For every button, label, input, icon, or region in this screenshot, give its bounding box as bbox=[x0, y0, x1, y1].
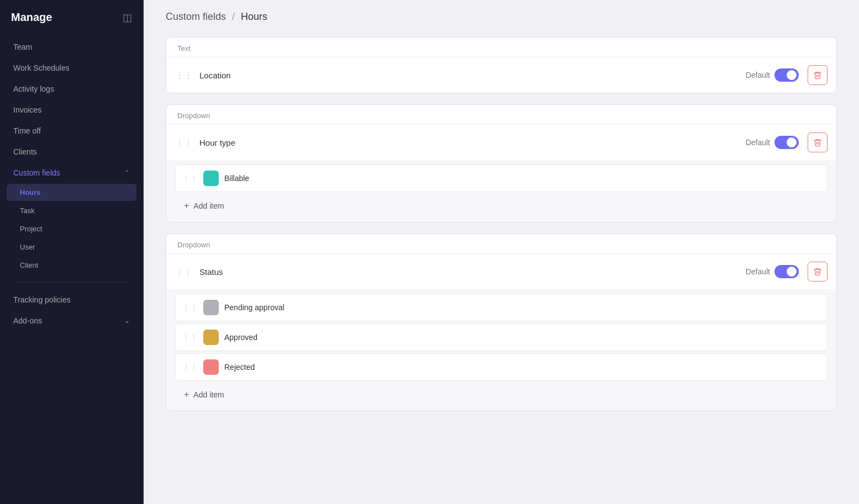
drag-handle-hour-type[interactable]: ⋮⋮ bbox=[175, 137, 193, 148]
dropdown2-toggle[interactable] bbox=[774, 265, 799, 278]
main-content: Custom fields / Hours Text ⋮⋮ Location D… bbox=[144, 0, 859, 504]
hour-type-field-name: Hour type bbox=[199, 138, 746, 147]
sidebar-nav: Team Work Schedules Activity logs Invoic… bbox=[0, 37, 143, 331]
breadcrumb-current: Hours bbox=[241, 11, 267, 22]
dropdown2-toggle-label: Default bbox=[746, 267, 770, 276]
dropdown1-items-area: ⋮⋮ Billable + Add item bbox=[166, 160, 836, 222]
dropdown1-toggle[interactable] bbox=[774, 136, 799, 149]
rejected-item-name: Rejected bbox=[224, 363, 255, 372]
dropdown-card-2: Dropdown ⋮⋮ Status Default bbox=[166, 234, 837, 411]
delete-location-button[interactable] bbox=[808, 65, 828, 85]
breadcrumb-parent: Custom fields bbox=[166, 11, 226, 22]
drag-handle-location[interactable]: ⋮⋮ bbox=[175, 70, 193, 81]
sidebar-sub-item-project[interactable]: Project bbox=[7, 220, 136, 237]
pending-item-name: Pending approval bbox=[224, 303, 284, 312]
sidebar-title: Manage bbox=[11, 11, 52, 24]
sidebar-header: Manage ◫ bbox=[0, 11, 143, 37]
sidebar-item-work-schedules[interactable]: Work Schedules bbox=[7, 58, 136, 78]
sidebar: Manage ◫ Team Work Schedules Activity lo… bbox=[0, 0, 144, 504]
sidebar-sub-item-hours[interactable]: Hours bbox=[7, 184, 136, 201]
text-toggle-label: Default bbox=[746, 71, 770, 79]
text-toggle[interactable] bbox=[774, 68, 799, 82]
dropdown2-items-area: ⋮⋮ Pending approval ⋮⋮ Approved ⋮⋮ Rejec… bbox=[166, 289, 836, 411]
chevron-down-icon: ⌄ bbox=[124, 317, 130, 325]
status-field-name: Status bbox=[199, 267, 746, 277]
drag-handle-approved[interactable]: ⋮⋮ bbox=[182, 333, 198, 342]
billable-item-name: Billable bbox=[224, 174, 249, 183]
text-card-label: Text bbox=[166, 38, 836, 57]
dropdown-card-1-header-row: ⋮⋮ Hour type Default bbox=[166, 124, 836, 160]
sidebar-item-custom-fields[interactable]: Custom fields ⌃ bbox=[7, 163, 136, 183]
sidebar-item-activity-logs[interactable]: Activity logs bbox=[7, 79, 136, 99]
approved-item-name: Approved bbox=[224, 333, 257, 342]
dropdown1-add-item-label: Add item bbox=[193, 201, 224, 210]
list-item: ⋮⋮ Rejected bbox=[175, 353, 828, 381]
drag-handle-pending[interactable]: ⋮⋮ bbox=[182, 303, 198, 312]
collapse-icon[interactable]: ◫ bbox=[123, 12, 132, 24]
approved-color bbox=[203, 330, 219, 345]
dropdown-card-1-label: Dropdown bbox=[166, 105, 836, 124]
location-field-name: Location bbox=[199, 71, 746, 80]
list-item: ⋮⋮ Pending approval bbox=[175, 294, 828, 321]
dropdown1-toggle-label: Default bbox=[746, 138, 770, 147]
drag-handle-rejected[interactable]: ⋮⋮ bbox=[182, 363, 198, 372]
plus-icon-2: + bbox=[184, 390, 189, 400]
billable-color bbox=[203, 171, 219, 186]
sidebar-item-time-off[interactable]: Time off bbox=[7, 121, 136, 141]
sidebar-item-invoices[interactable]: Invoices bbox=[7, 100, 136, 120]
sidebar-item-tracking-policies[interactable]: Tracking policies bbox=[7, 290, 136, 310]
sidebar-item-clients[interactable]: Clients bbox=[7, 142, 136, 162]
delete-status-button[interactable] bbox=[808, 262, 828, 282]
chevron-up-icon: ⌃ bbox=[124, 169, 130, 177]
plus-icon-1: + bbox=[184, 201, 189, 211]
sidebar-divider bbox=[13, 282, 130, 282]
dropdown-card-1: Dropdown ⋮⋮ Hour type Default bbox=[166, 104, 837, 222]
list-item: ⋮⋮ Billable bbox=[175, 165, 828, 192]
pending-color bbox=[203, 300, 219, 315]
sidebar-sub-item-task[interactable]: Task bbox=[7, 202, 136, 219]
text-card: Text ⋮⋮ Location Default bbox=[166, 37, 837, 93]
dropdown-card-2-header-row: ⋮⋮ Status Default bbox=[166, 253, 836, 289]
main-body: Text ⋮⋮ Location Default bbox=[144, 31, 859, 433]
drag-handle-status[interactable]: ⋮⋮ bbox=[175, 267, 193, 277]
dropdown2-add-item-button[interactable]: + Add item bbox=[175, 383, 828, 406]
rejected-color bbox=[203, 359, 219, 375]
sidebar-sub-item-user[interactable]: User bbox=[7, 238, 136, 256]
dropdown-card-2-label: Dropdown bbox=[166, 234, 836, 253]
breadcrumb-separator: / bbox=[232, 11, 235, 22]
delete-hour-type-button[interactable] bbox=[808, 132, 828, 152]
dropdown2-add-item-label: Add item bbox=[193, 390, 224, 399]
sidebar-item-team[interactable]: Team bbox=[7, 37, 136, 57]
main-header: Custom fields / Hours bbox=[144, 0, 859, 31]
dropdown1-add-item-button[interactable]: + Add item bbox=[175, 194, 828, 217]
drag-handle-billable[interactable]: ⋮⋮ bbox=[182, 174, 198, 183]
text-card-row: ⋮⋮ Location Default bbox=[166, 57, 836, 93]
sidebar-item-add-ons[interactable]: Add-ons ⌄ bbox=[7, 311, 136, 331]
breadcrumb: Custom fields / Hours bbox=[166, 11, 837, 23]
sidebar-sub-item-client[interactable]: Client bbox=[7, 257, 136, 274]
list-item: ⋮⋮ Approved bbox=[175, 323, 828, 351]
